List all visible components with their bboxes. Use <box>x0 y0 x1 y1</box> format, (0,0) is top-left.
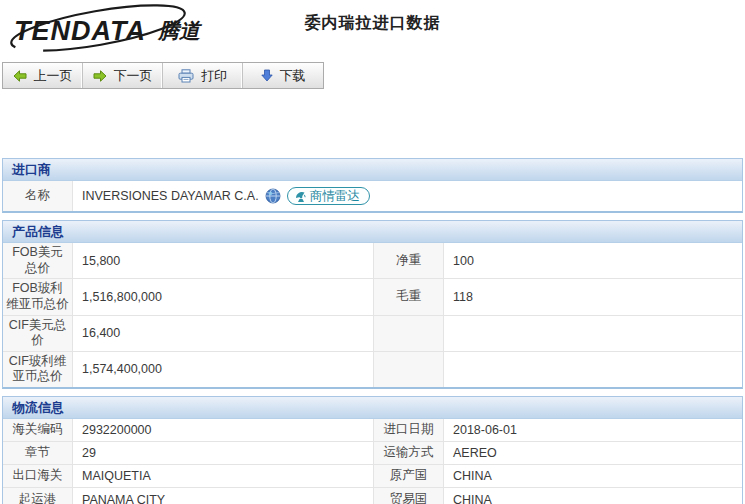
pager-toolbar: 上一页 下一页 打印 下载 <box>2 62 324 89</box>
field-label: 起运港 <box>3 488 73 504</box>
field-label: 贸易国 <box>374 488 444 504</box>
field-label: 净重 <box>374 243 444 279</box>
logistics-table: 海关编码 2932200000 进口日期 2018-06-01 章节 29 运输… <box>3 419 742 504</box>
section-logistics: 物流信息 海关编码 2932200000 进口日期 2018-06-01 章节 … <box>2 396 743 504</box>
field-value <box>444 352 742 387</box>
field-value: 1,574,400,000 <box>73 352 374 387</box>
section-importer-title: 进口商 <box>3 159 742 181</box>
section-logistics-title: 物流信息 <box>3 397 742 419</box>
section-product-title: 产品信息 <box>3 221 742 243</box>
field-value: 2932200000 <box>73 419 374 442</box>
field-label: 出口海关 <box>3 465 73 488</box>
field-label: CIF玻利维亚币总价 <box>3 352 73 387</box>
page-header: TENDATA 腾道 委内瑞拉进口数据 <box>0 0 745 58</box>
field-value: 100 <box>444 243 742 279</box>
next-page-button[interactable]: 下一页 <box>83 63 163 88</box>
field-value: MAIQUETIA <box>73 465 374 488</box>
print-button[interactable]: 打印 <box>163 63 243 88</box>
import-record-page: TENDATA 腾道 委内瑞拉进口数据 上一页 下一页 打印 <box>0 0 745 504</box>
globe-icon[interactable] <box>265 188 281 204</box>
business-radar-button[interactable]: 商情雷达 <box>287 187 370 205</box>
prev-page-button[interactable]: 上一页 <box>3 63 83 88</box>
print-label: 打印 <box>201 67 227 85</box>
field-label: 毛重 <box>374 279 444 315</box>
business-radar-label: 商情雷达 <box>310 188 360 205</box>
importer-table: 名称 INVERSIONES DAYAMAR C.A. <box>3 181 742 211</box>
prev-page-label: 上一页 <box>34 67 73 85</box>
arrow-down-icon <box>261 69 273 82</box>
field-value: CHINA <box>444 465 742 488</box>
field-label: 运输方式 <box>374 442 444 465</box>
section-product: 产品信息 FOB美元总价 15,800 净重 100 FOB玻利维亚币总价 1,… <box>2 220 743 389</box>
field-value: 118 <box>444 279 742 315</box>
importer-name-cell: INVERSIONES DAYAMAR C.A. 商情雷达 <box>73 181 742 211</box>
arrow-right-icon <box>93 70 107 82</box>
printer-icon <box>178 69 194 83</box>
field-label: FOB玻利维亚币总价 <box>3 279 73 315</box>
section-importer: 进口商 名称 INVERSIONES DAYAMAR C.A. <box>2 158 743 213</box>
arrow-left-icon <box>13 70 27 82</box>
field-label: 进口日期 <box>374 419 444 442</box>
importer-name-label: 名称 <box>3 181 73 211</box>
importer-name-value: INVERSIONES DAYAMAR C.A. <box>82 189 259 203</box>
field-label <box>374 316 444 352</box>
field-value: 16,400 <box>73 316 374 352</box>
field-label: CIF美元总价 <box>3 316 73 352</box>
field-value: 15,800 <box>73 243 374 279</box>
field-label: 海关编码 <box>3 419 73 442</box>
download-label: 下载 <box>280 67 306 85</box>
field-value <box>444 316 742 352</box>
field-label: 章节 <box>3 442 73 465</box>
field-value: CHINA <box>444 488 742 504</box>
page-title: 委内瑞拉进口数据 <box>0 13 745 34</box>
field-value: AEREO <box>444 442 742 465</box>
field-label: FOB美元总价 <box>3 243 73 279</box>
field-value: 1,516,800,000 <box>73 279 374 315</box>
radar-icon <box>294 190 307 203</box>
product-table: FOB美元总价 15,800 净重 100 FOB玻利维亚币总价 1,516,8… <box>3 243 742 387</box>
field-value: PANAMA CITY <box>73 488 374 504</box>
next-page-label: 下一页 <box>114 67 153 85</box>
field-label <box>374 352 444 387</box>
download-button[interactable]: 下载 <box>243 63 323 88</box>
field-label: 原产国 <box>374 465 444 488</box>
field-value: 2018-06-01 <box>444 419 742 442</box>
field-value: 29 <box>73 442 374 465</box>
